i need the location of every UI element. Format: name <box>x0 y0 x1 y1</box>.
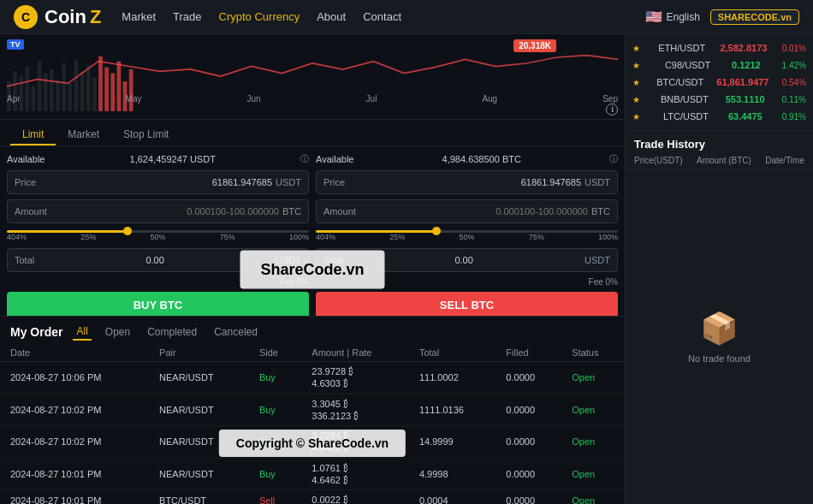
order-tab-canceled[interactable]: Canceled <box>211 324 261 340</box>
sell-slider-track[interactable] <box>316 230 618 233</box>
logo-icon: C <box>14 5 38 29</box>
order-total: 1111.0136 <box>409 394 496 426</box>
buy-fee: Fee 0% <box>7 277 309 287</box>
sell-amount-input-row: Amount BTC <box>316 199 618 223</box>
ticker-pair: C98/USDT <box>665 60 710 70</box>
sharecode-badge: SHARECODE.vn <box>710 9 799 25</box>
sell-available-row: Available 4,984.638500 BTC ⓘ <box>316 153 618 165</box>
chart-info-icon[interactable]: ℹ <box>606 104 618 116</box>
tab-stop-limit[interactable]: Stop Limit <box>111 125 181 145</box>
order-total: 111.0002 <box>409 362 496 394</box>
order-pair: NEAR/USDT <box>149 426 249 459</box>
header: C CoinZ Market Trade Crypto Currency Abo… <box>0 0 813 34</box>
buy-info-icon[interactable]: ⓘ <box>300 153 309 165</box>
sell-info-icon[interactable]: ⓘ <box>609 153 618 165</box>
nav-about[interactable]: About <box>317 10 346 23</box>
order-tab-all[interactable]: All <box>73 323 91 341</box>
buy-price-input-row: Price USDT <box>7 170 309 194</box>
buy-available-row: Available 1,624,459247 USDT ⓘ <box>7 153 309 165</box>
svg-rect-17 <box>110 74 115 111</box>
sell-price-input-row: Price USDT <box>316 170 618 194</box>
no-trade-box-icon: 📦 <box>700 311 739 347</box>
order-filled: 0.0000 <box>496 490 561 504</box>
buy-amount-label: Amount <box>15 206 57 216</box>
sell-pct-1: 25% <box>389 233 405 241</box>
table-row: 2024-08-27 10:01 PM NEAR/USDT Buy 1.0761… <box>0 458 625 490</box>
center-panel: TV <box>0 34 625 504</box>
buy-pct-1: 25% <box>80 233 96 241</box>
order-date: 2024-08-27 10:02 PM <box>0 394 149 426</box>
buy-available-value: 1,624,459247 USDT <box>130 154 216 164</box>
ticker-price: 553.1110 <box>726 94 765 104</box>
svg-rect-9 <box>62 63 66 111</box>
axis-jun: Jun <box>246 94 260 104</box>
sell-button[interactable]: SELL BTC <box>316 292 618 316</box>
order-total: 0.0004 <box>409 490 496 504</box>
nav-market[interactable]: Market <box>122 10 156 23</box>
svg-rect-20 <box>129 69 134 111</box>
right-panel: ★ ETH/USDT 2,582.8173 0.01% ★ C98/USDT 0… <box>625 34 813 504</box>
buy-price-input[interactable] <box>57 177 272 187</box>
tab-market[interactable]: Market <box>56 125 111 145</box>
order-filled: 0.0000 <box>496 362 561 394</box>
buy-button[interactable]: BUY BTC <box>7 292 309 316</box>
buy-slider-thumb[interactable] <box>123 227 132 235</box>
sell-price-input[interactable] <box>366 177 581 187</box>
order-tab-completed[interactable]: Completed <box>144 324 200 340</box>
sell-slider-thumb[interactable] <box>432 227 441 235</box>
buy-price-label: Price <box>15 177 57 187</box>
buy-slider-track[interactable] <box>7 230 309 233</box>
nav-contact[interactable]: Contact <box>363 10 401 23</box>
order-filled: 0.0000 <box>496 458 561 490</box>
my-order-section: My Order All Open Completed Canceled Dat… <box>0 316 625 504</box>
col-side: Side <box>249 344 301 362</box>
lang-selector[interactable]: 🇺🇸 English <box>645 9 699 25</box>
trade-history-title: Trade History <box>626 131 813 154</box>
ticker-star-icon: ★ <box>632 112 640 122</box>
ticker-item[interactable]: ★ BNB/USDT 553.1110 0.11% <box>632 91 806 108</box>
buy-form: Available 1,624,459247 USDT ⓘ Price USDT… <box>7 153 309 316</box>
buy-amount-input[interactable] <box>57 206 279 216</box>
nav: Market Trade Crypto Currency About Conta… <box>122 10 625 23</box>
order-date: 2024-08-27 10:02 PM <box>0 426 149 459</box>
sell-price-label: Price <box>323 177 366 187</box>
order-amount: 0.0022 ₿ <box>301 490 409 504</box>
ticker-item[interactable]: ★ BTC/USDT 61,861.9477 0.54% <box>632 74 806 91</box>
table-row: 2024-08-27 10:02 PM NEAR/USDT Buy 3.3045… <box>0 394 625 426</box>
logo-text-z: Z <box>90 6 101 28</box>
nav-trade[interactable]: Trade <box>173 10 201 23</box>
ticker-item[interactable]: ★ LTC/USDT 63.4475 0.91% <box>632 108 806 125</box>
col-filled: Filled <box>496 344 561 362</box>
order-amount: 1.0761 ₿ 4.6462 ₿ <box>301 458 409 490</box>
tab-limit[interactable]: Limit <box>10 125 56 145</box>
col-date: Date <box>0 344 149 362</box>
my-order-title: My Order <box>10 325 62 339</box>
sell-fee: Fee 0% <box>316 277 618 287</box>
buy-available-label: Available <box>7 154 45 164</box>
ticker-item[interactable]: ★ C98/USDT 0.1212 1.42% <box>632 56 806 74</box>
ticker-pair: BNB/USDT <box>661 94 709 104</box>
svg-rect-18 <box>117 62 122 111</box>
buy-total-value: 0.00 <box>145 255 163 265</box>
axis-apr: Apr <box>7 94 21 104</box>
ticker-star-icon: ★ <box>632 44 640 53</box>
order-tab-open[interactable]: Open <box>102 324 134 340</box>
order-side: Buy <box>249 394 301 426</box>
sell-pct-4: 100% <box>598 233 618 241</box>
order-amount: 3.3045 ₿ 336.2123 ₿ <box>301 394 409 426</box>
buy-pct-4: 100% <box>289 233 309 241</box>
order-date: 2024-08-27 10:06 PM <box>0 362 149 394</box>
sell-amount-input[interactable] <box>366 206 588 216</box>
order-amount: 3.2284 ₿ 4.6462 ₿ <box>301 426 409 459</box>
ticker-price: 2,582.8173 <box>720 43 767 53</box>
order-filled: 0.0000 <box>496 426 561 459</box>
ticker-item[interactable]: ★ ETH/USDT 2,582.8173 0.01% <box>632 39 806 56</box>
order-amount: 23.9728 ₿ 4.6303 ₿ <box>301 362 409 394</box>
nav-crypto-currency[interactable]: Crypto Currency <box>219 10 300 23</box>
svg-rect-6 <box>44 74 48 111</box>
ticker-list: ★ ETH/USDT 2,582.8173 0.01% ★ C98/USDT 0… <box>626 34 813 131</box>
buy-total-row: Total 0.00 USDT <box>7 248 309 272</box>
buy-pct-0: 404% <box>7 233 27 241</box>
ticker-pair: BTC/USDT <box>656 77 703 87</box>
axis-jul: Jul <box>366 94 377 104</box>
